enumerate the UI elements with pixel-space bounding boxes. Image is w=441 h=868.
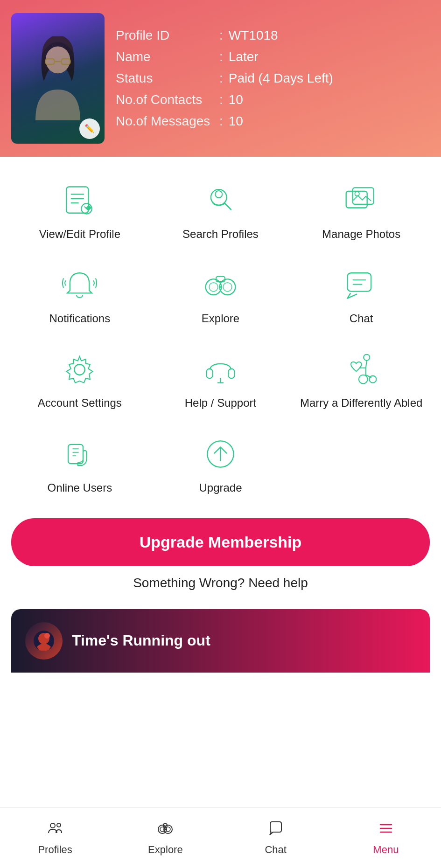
times-running-out-banner[interactable]: Time's Running out	[11, 609, 430, 673]
profile-edit-icon	[61, 182, 98, 219]
svg-point-30	[364, 354, 370, 361]
notifications-icon	[61, 266, 98, 304]
svg-point-21	[223, 283, 232, 292]
manage-photos-icon	[343, 182, 380, 219]
nav-item-chat[interactable]: Chat	[221, 815, 331, 861]
contacts-row: No.of Contacts : 10	[116, 92, 333, 107]
status-label: Status	[116, 71, 214, 86]
menu-item-empty	[291, 424, 432, 509]
contacts-value: 10	[229, 92, 243, 107]
menu-label-online-users: Online Users	[47, 480, 112, 495]
explore-nav-label: Explore	[148, 844, 183, 856]
name-label: Name	[116, 49, 214, 64]
explore-icon	[202, 266, 239, 304]
svg-rect-24	[347, 273, 371, 291]
explore-nav-icon	[157, 820, 174, 841]
status-value: Paid (4 Days Left)	[229, 71, 333, 86]
svg-point-31	[359, 375, 368, 384]
menu-item-account-settings[interactable]: Account Settings	[9, 340, 150, 424]
svg-point-13	[215, 190, 222, 197]
menu-label-chat: Chat	[350, 311, 373, 326]
svg-rect-6	[67, 187, 89, 213]
help-text: Something Wrong? Need help	[133, 576, 308, 590]
upgrade-icon	[202, 436, 239, 473]
profile-info: Profile ID : WT1018 Name : Later Status …	[116, 28, 333, 129]
nav-item-menu[interactable]: Menu	[331, 815, 441, 861]
menu-label-account-settings: Account Settings	[38, 396, 122, 410]
messages-row: No.of Messages : 10	[116, 114, 333, 129]
banner-text: Time's Running out	[72, 632, 210, 649]
nav-item-profiles[interactable]: Profiles	[0, 815, 110, 861]
svg-point-2	[46, 47, 70, 74]
bottom-nav: Profiles Explore Chat	[0, 807, 441, 868]
profiles-nav-icon	[47, 820, 63, 841]
menu-grid: View/Edit Profile Search Profiles Manage…	[0, 157, 441, 514]
menu-item-manage-photos[interactable]: Manage Photos	[291, 171, 432, 255]
chat-icon	[343, 266, 380, 304]
menu-item-marry-differently-abled[interactable]: Marry a Differently Abled	[291, 340, 432, 424]
disabled-icon	[343, 351, 380, 388]
menu-item-chat[interactable]: Chat	[291, 255, 432, 340]
menu-label-manage-photos: Manage Photos	[322, 227, 400, 241]
menu-nav-icon	[378, 820, 394, 841]
menu-label-explore: Explore	[202, 311, 239, 326]
svg-rect-23	[216, 276, 225, 281]
menu-label-search-profiles: Search Profiles	[182, 227, 259, 241]
menu-item-online-users[interactable]: Online Users	[9, 424, 150, 509]
svg-point-17	[355, 191, 359, 195]
banner-icon	[25, 622, 63, 660]
menu-item-help-support[interactable]: Help / Support	[150, 340, 291, 424]
colon-3: :	[219, 71, 223, 86]
menu-item-search-profiles[interactable]: Search Profiles	[150, 171, 291, 255]
bottom-section: Upgrade Membership Something Wrong? Need…	[0, 514, 441, 604]
svg-point-27	[75, 364, 85, 375]
search-profiles-icon	[202, 182, 239, 219]
menu-item-upgrade[interactable]: Upgrade	[150, 424, 291, 509]
chat-nav-label: Chat	[265, 844, 286, 856]
profile-id-row: Profile ID : WT1018	[116, 28, 333, 43]
svg-point-20	[209, 283, 218, 292]
menu-nav-label: Menu	[373, 844, 399, 856]
edit-avatar-button[interactable]: ✏️	[79, 118, 100, 139]
svg-line-14	[225, 203, 231, 209]
online-users-icon	[61, 436, 98, 473]
menu-label-view-edit-profile: View/Edit Profile	[39, 227, 120, 241]
profiles-nav-label: Profiles	[38, 844, 72, 856]
svg-point-43	[57, 823, 61, 827]
colon-5: :	[219, 114, 223, 129]
svg-rect-33	[68, 444, 83, 464]
contacts-label: No.of Contacts	[116, 92, 214, 107]
svg-rect-28	[206, 369, 212, 379]
profile-id-value: WT1018	[229, 28, 278, 43]
menu-label-upgrade: Upgrade	[199, 480, 242, 495]
menu-label-marry-differently-abled: Marry a Differently Abled	[300, 396, 422, 410]
upgrade-membership-button[interactable]: Upgrade Membership	[11, 518, 430, 566]
svg-point-32	[369, 376, 376, 383]
nav-item-explore[interactable]: Explore	[110, 815, 220, 861]
chat-nav-icon	[267, 820, 284, 841]
name-row: Name : Later	[116, 49, 333, 64]
menu-item-view-edit-profile[interactable]: View/Edit Profile	[9, 171, 150, 255]
menu-label-notifications: Notifications	[49, 311, 110, 326]
avatar-container: ✏️	[11, 13, 105, 144]
status-row: Status : Paid (4 Days Left)	[116, 71, 333, 86]
menu-item-explore[interactable]: Explore	[150, 255, 291, 340]
svg-rect-15	[346, 191, 367, 208]
svg-point-41	[44, 633, 50, 639]
colon-1: :	[219, 28, 223, 43]
name-value: Later	[229, 49, 259, 64]
messages-value: 10	[229, 114, 243, 129]
profile-header: ✏️ Profile ID : WT1018 Name : Later Stat…	[0, 0, 441, 157]
svg-point-42	[50, 823, 55, 828]
profile-id-label: Profile ID	[116, 28, 214, 43]
messages-label: No.of Messages	[116, 114, 214, 129]
help-icon	[202, 351, 239, 388]
menu-label-help-support: Help / Support	[185, 396, 256, 410]
menu-item-notifications[interactable]: Notifications	[9, 255, 150, 340]
settings-icon	[61, 351, 98, 388]
svg-rect-29	[228, 369, 234, 379]
colon-2: :	[219, 49, 223, 64]
colon-4: :	[219, 92, 223, 107]
